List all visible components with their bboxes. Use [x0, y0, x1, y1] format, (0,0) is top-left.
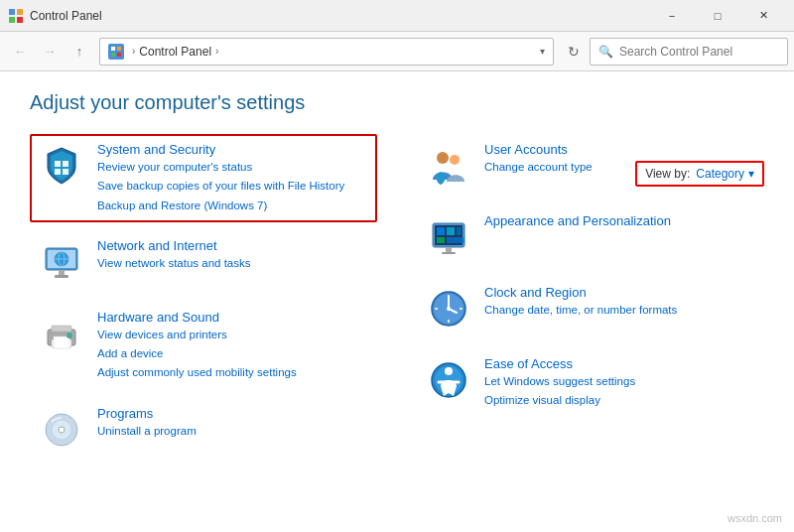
svg-rect-18 — [55, 275, 68, 278]
system-security-link-3[interactable]: Backup and Restore (Windows 7) — [97, 198, 369, 214]
svg-rect-6 — [111, 53, 115, 57]
svg-rect-35 — [447, 237, 464, 243]
svg-rect-22 — [54, 336, 69, 348]
svg-rect-0 — [9, 9, 15, 15]
hardware-sound-link-2[interactable]: Add a device — [97, 345, 369, 362]
view-by-value: Category — [696, 167, 744, 181]
close-button[interactable]: ✕ — [740, 0, 786, 32]
svg-point-27 — [437, 152, 449, 164]
system-security-link-2[interactable]: Save backup copies of your files with Fi… — [97, 178, 369, 195]
network-internet-icon — [38, 238, 85, 286]
category-system-security[interactable]: System and Security Review your computer… — [30, 134, 377, 222]
svg-point-28 — [450, 155, 460, 165]
clock-region-icon — [425, 285, 472, 332]
maximize-button[interactable]: □ — [695, 0, 740, 32]
svg-rect-32 — [447, 227, 455, 235]
navigation-bar: ← → ↑ › Control Panel › ▾ ↻ 🔍 — [0, 32, 794, 71]
address-dropdown-arrow[interactable]: ▾ — [540, 46, 545, 57]
view-by-arrow: ▾ — [748, 167, 754, 181]
svg-rect-4 — [111, 47, 115, 51]
category-hardware-sound[interactable]: Hardware and Sound View devices and prin… — [30, 302, 377, 390]
user-accounts-title[interactable]: User Accounts — [484, 142, 568, 157]
svg-rect-9 — [63, 161, 68, 167]
svg-rect-10 — [55, 169, 61, 175]
programs-title[interactable]: Programs — [97, 406, 153, 421]
appearance-icon — [425, 213, 472, 261]
clock-region-link-1[interactable]: Change date, time, or number formats — [484, 302, 756, 319]
clock-region-text: Clock and Region Change date, time, or n… — [484, 285, 756, 319]
svg-rect-1 — [17, 9, 23, 15]
category-clock-region[interactable]: Clock and Region Change date, time, or n… — [417, 277, 764, 340]
svg-rect-11 — [63, 169, 68, 175]
hardware-sound-text: Hardware and Sound View devices and prin… — [97, 310, 369, 382]
svg-point-26 — [59, 427, 65, 433]
address-bar[interactable]: › Control Panel › ▾ — [99, 38, 554, 66]
ease-access-text: Ease of Access Let Windows suggest setti… — [484, 356, 756, 410]
system-security-title[interactable]: System and Security — [97, 142, 215, 157]
category-network-internet[interactable]: Network and Internet View network status… — [30, 230, 377, 294]
view-by-label: View by: — [645, 167, 690, 181]
clock-region-title[interactable]: Clock and Region — [484, 285, 587, 300]
watermark: wsxdn.com — [728, 512, 782, 524]
category-appearance[interactable]: Appearance and Personalization — [417, 205, 764, 269]
control-panel-icon — [8, 8, 24, 24]
category-programs[interactable]: Programs Uninstall a program — [30, 398, 377, 462]
address-path: Control Panel — [139, 45, 211, 59]
svg-rect-8 — [55, 161, 61, 167]
programs-link-1[interactable]: Uninstall a program — [97, 423, 369, 440]
system-security-link-1[interactable]: Review your computer's status — [97, 159, 369, 176]
address-icon — [108, 44, 124, 60]
category-ease-access[interactable]: Ease of Access Let Windows suggest setti… — [417, 348, 764, 418]
network-internet-link-1[interactable]: View network status and tasks — [97, 255, 369, 272]
view-by-dropdown[interactable]: Category ▾ — [696, 167, 754, 181]
svg-rect-20 — [52, 326, 71, 332]
programs-icon — [38, 406, 85, 454]
categories-left: System and Security Review your computer… — [30, 134, 377, 462]
address-separator2: › — [215, 46, 218, 57]
svg-point-23 — [66, 332, 72, 338]
window-title: Control Panel — [30, 9, 649, 23]
hardware-sound-link-3[interactable]: Adjust commonly used mobility settings — [97, 364, 369, 381]
up-button[interactable]: ↑ — [66, 38, 93, 66]
user-accounts-icon — [425, 142, 472, 190]
ease-access-title[interactable]: Ease of Access — [484, 356, 573, 371]
programs-text: Programs Uninstall a program — [97, 406, 369, 440]
window-controls: − □ ✕ — [649, 0, 786, 32]
appearance-text: Appearance and Personalization — [484, 213, 756, 228]
network-internet-title[interactable]: Network and Internet — [97, 238, 217, 253]
refresh-button[interactable]: ↻ — [560, 38, 588, 66]
search-icon: 🔍 — [598, 45, 613, 59]
ease-access-link-1[interactable]: Let Windows suggest settings — [484, 373, 756, 390]
svg-rect-34 — [437, 237, 445, 243]
appearance-title[interactable]: Appearance and Personalization — [484, 213, 671, 228]
search-input[interactable] — [619, 45, 779, 59]
ease-access-icon — [425, 356, 472, 404]
title-bar: Control Panel − □ ✕ — [0, 0, 794, 32]
system-security-icon — [38, 142, 85, 190]
page-title: Adjust your computer's settings — [30, 91, 764, 114]
svg-rect-37 — [442, 252, 456, 254]
svg-rect-2 — [9, 17, 15, 23]
back-button[interactable]: ← — [6, 38, 34, 66]
search-bar[interactable]: 🔍 — [590, 38, 788, 66]
network-internet-text: Network and Internet View network status… — [97, 238, 369, 272]
svg-rect-3 — [17, 17, 23, 23]
address-separator: › — [132, 46, 135, 57]
svg-rect-7 — [117, 53, 121, 57]
svg-rect-36 — [446, 247, 452, 252]
hardware-sound-icon — [38, 310, 85, 357]
svg-point-49 — [445, 367, 453, 375]
main-content: Adjust your computer's settings View by:… — [0, 71, 794, 532]
forward-button[interactable]: → — [36, 38, 64, 66]
hardware-sound-title[interactable]: Hardware and Sound — [97, 310, 219, 325]
svg-rect-5 — [117, 47, 121, 51]
svg-rect-31 — [437, 227, 445, 235]
hardware-sound-link-1[interactable]: View devices and printers — [97, 327, 369, 343]
system-security-text: System and Security Review your computer… — [97, 142, 369, 214]
svg-rect-33 — [457, 227, 462, 235]
minimize-button[interactable]: − — [649, 0, 695, 32]
view-by-container: View by: Category ▾ — [635, 161, 764, 187]
ease-access-link-2[interactable]: Optimize visual display — [484, 392, 756, 409]
svg-rect-17 — [59, 270, 65, 275]
